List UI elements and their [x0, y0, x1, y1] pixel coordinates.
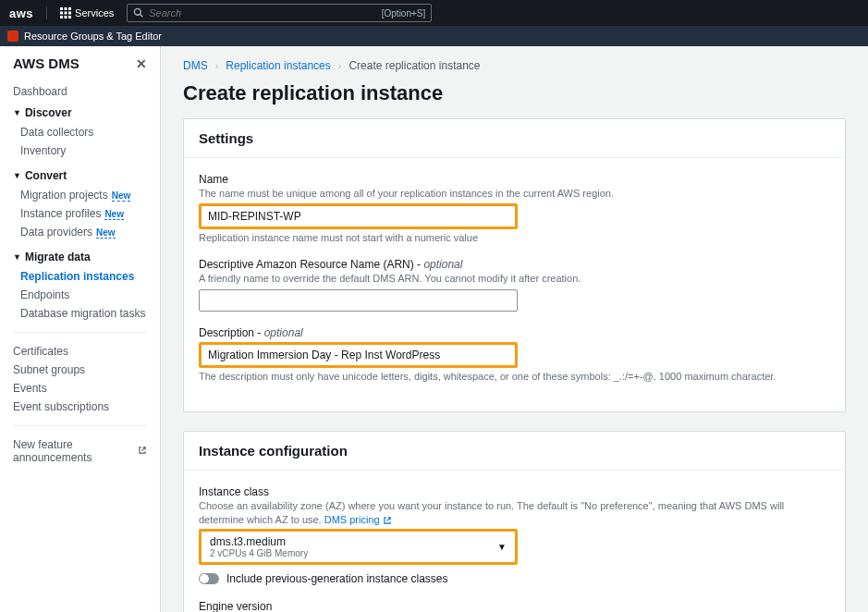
help-name-below: Replication instance name must not start… — [199, 232, 790, 243]
search-shortcut-hint: [Option+S] — [382, 8, 426, 18]
nav-section-convert[interactable]: ▼Convert — [13, 169, 147, 182]
toggle-label-previous-gen: Include previous-generation instance cla… — [226, 572, 447, 585]
caret-down-icon: ▼ — [13, 252, 21, 262]
global-nav: aws Services [Option+S] — [0, 0, 868, 26]
new-badge: New — [104, 209, 124, 220]
svg-rect-6 — [60, 16, 63, 18]
nav-section-discover[interactable]: ▼Discover — [13, 106, 147, 119]
select-subtext: 2 vCPUs 4 GiB Memory — [210, 548, 483, 558]
panel-header-settings: Settings — [184, 119, 845, 158]
link-dms-pricing[interactable]: DMS pricing — [324, 514, 392, 525]
label-arn: Descriptive Amazon Resource Name (ARN) -… — [199, 258, 790, 271]
breadcrumb-dms[interactable]: DMS — [183, 59, 208, 72]
panel-header-instance: Instance configuration — [184, 432, 845, 471]
caret-down-icon: ▼ — [13, 108, 21, 117]
nav-data-providers[interactable]: Data providersNew — [13, 223, 147, 241]
nav-database-migration-tasks[interactable]: Database migration tasks — [13, 304, 147, 323]
new-badge: New — [96, 227, 116, 239]
page-title: Create replication instance — [183, 81, 846, 105]
close-icon[interactable]: ✕ — [136, 56, 147, 71]
highlight-instance-class: dms.t3.medium 2 vCPUs 4 GiB Memory ▼ — [199, 529, 518, 565]
select-instance-class[interactable]: dms.t3.medium 2 vCPUs 4 GiB Memory ▼ — [202, 532, 514, 561]
nav-dashboard[interactable]: Dashboard — [13, 82, 147, 101]
external-link-icon — [383, 516, 392, 525]
nav-replication-instances[interactable]: Replication instances — [13, 267, 147, 286]
highlight-description — [199, 342, 518, 368]
nav-new-feature-announcements[interactable]: New feature announcements — [13, 435, 147, 467]
label-instance-class: Instance class — [199, 485, 790, 498]
nav-certificates[interactable]: Certificates — [13, 342, 147, 361]
nav-subnet-groups[interactable]: Subnet groups — [13, 361, 147, 379]
svg-rect-3 — [60, 12, 63, 15]
sub-nav: Resource Groups & Tag Editor — [0, 26, 868, 46]
nav-instance-profiles[interactable]: Instance profilesNew — [13, 204, 147, 223]
search-icon — [133, 7, 143, 19]
breadcrumb: DMS › Replication instances › Create rep… — [183, 59, 846, 72]
external-link-icon — [138, 445, 147, 458]
label-name: Name — [199, 173, 790, 186]
help-description-below: The description must only have unicode l… — [199, 371, 790, 382]
select-value: dms.t3.medium — [210, 535, 483, 548]
toggle-previous-gen[interactable] — [199, 573, 219, 584]
nav-migration-projects[interactable]: Migration projectsNew — [13, 186, 147, 204]
svg-rect-7 — [65, 16, 67, 18]
svg-rect-8 — [68, 16, 71, 18]
breadcrumb-current: Create replication instance — [348, 59, 480, 72]
help-instance-class: Choose an availability zone (AZ) where y… — [199, 499, 790, 527]
chevron-right-icon: › — [338, 60, 342, 71]
separator — [46, 6, 47, 19]
input-name[interactable] — [202, 207, 514, 226]
svg-rect-1 — [65, 7, 67, 10]
svg-rect-4 — [65, 12, 67, 15]
main-content: DMS › Replication instances › Create rep… — [161, 46, 868, 612]
nav-section-migrate[interactable]: ▼Migrate data — [13, 251, 147, 263]
new-badge: New — [112, 190, 131, 202]
aws-logo[interactable]: aws — [9, 6, 33, 20]
highlight-name — [199, 203, 518, 229]
help-name: The name must be unique among all of you… — [199, 187, 790, 201]
nav-inventory[interactable]: Inventory — [13, 141, 147, 160]
divider — [13, 425, 147, 426]
help-arn: A friendly name to override the default … — [199, 272, 790, 286]
sidebar: AWS DMS ✕ Dashboard ▼Discover Data colle… — [0, 46, 161, 612]
caret-down-icon: ▼ — [13, 171, 21, 180]
services-label: Services — [75, 7, 114, 18]
chevron-down-icon: ▼ — [490, 542, 514, 552]
resource-groups-link[interactable]: Resource Groups & Tag Editor — [24, 31, 162, 42]
nav-data-collectors[interactable]: Data collectors — [13, 123, 147, 141]
label-description: Description - optional — [199, 326, 790, 339]
panel-settings: Settings Name The name must be unique am… — [183, 118, 846, 412]
svg-line-10 — [141, 14, 143, 17]
panel-instance-config: Instance configuration Instance class Ch… — [183, 431, 846, 612]
input-arn[interactable] — [199, 289, 518, 312]
svg-rect-5 — [68, 12, 71, 15]
label-engine-version: Engine version — [199, 600, 790, 612]
breadcrumb-replication-instances[interactable]: Replication instances — [226, 59, 330, 72]
divider — [13, 332, 147, 333]
resource-groups-icon — [7, 31, 18, 42]
services-grid-icon — [60, 7, 71, 18]
svg-rect-2 — [68, 7, 71, 10]
global-search[interactable]: [Option+S] — [127, 4, 432, 22]
svg-rect-0 — [60, 7, 63, 10]
nav-endpoints[interactable]: Endpoints — [13, 286, 147, 304]
services-menu[interactable]: Services — [60, 7, 114, 18]
nav-event-subscriptions[interactable]: Event subscriptions — [13, 398, 147, 416]
search-input[interactable] — [149, 7, 375, 18]
nav-events[interactable]: Events — [13, 379, 147, 398]
service-title: AWS DMS — [13, 55, 79, 71]
svg-point-9 — [135, 8, 141, 15]
chevron-right-icon: › — [215, 60, 219, 71]
input-description[interactable] — [202, 346, 514, 364]
